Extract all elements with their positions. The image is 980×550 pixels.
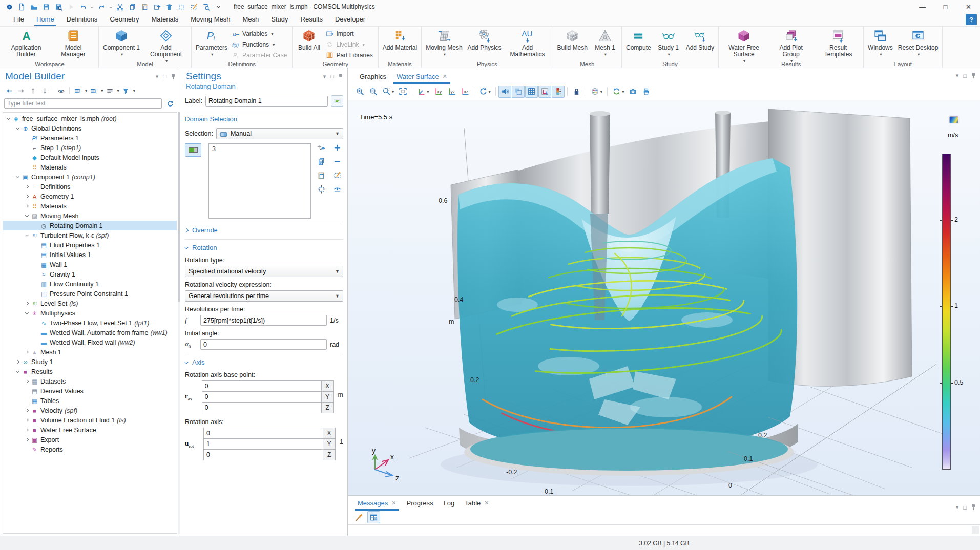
toolbar-overflow-icon[interactable] <box>212 1 224 12</box>
tree-item[interactable]: ≋Turbulent Flow, k-ε(spf) <box>3 230 177 240</box>
find-icon[interactable] <box>200 1 212 12</box>
close-icon[interactable]: ✕ <box>484 500 489 506</box>
livelink-button[interactable]: LiveLink▾ <box>324 39 376 50</box>
appearance-icon[interactable]: ▾ <box>589 86 604 98</box>
tree-item[interactable]: ▦Datasets <box>3 376 177 386</box>
chevron-right-icon[interactable] <box>24 429 30 431</box>
vector-input-z[interactable] <box>203 449 323 460</box>
chevron-down-icon[interactable] <box>14 176 21 178</box>
close-icon[interactable]: ✕ <box>443 73 447 80</box>
tree-item[interactable]: ▬Wetted Wall, Fixed wall(ww2) <box>3 337 177 347</box>
create-selection-icon[interactable] <box>317 171 326 180</box>
go-to-default-view-icon[interactable]: ▾ <box>415 86 431 98</box>
plot-thumbnail-icon[interactable] <box>949 116 958 123</box>
delete-icon[interactable] <box>163 1 175 12</box>
refresh-icon[interactable] <box>165 98 176 109</box>
image-snapshot-icon[interactable] <box>627 86 639 98</box>
run-icon[interactable] <box>65 1 77 12</box>
mesh-1-button[interactable]: Mesh 1▾ <box>590 28 620 58</box>
panel-menu-icon[interactable]: ▾ <box>956 72 959 79</box>
add-physics-button[interactable]: Add Physics <box>465 28 504 51</box>
chevron-down-icon[interactable]: ▾ <box>85 88 87 93</box>
show-icon[interactable] <box>56 86 67 96</box>
save-search-icon[interactable] <box>52 1 65 12</box>
open-file-icon[interactable] <box>28 1 40 12</box>
panel-pin-icon[interactable] <box>971 73 976 78</box>
add-plot-group-button[interactable]: Add Plot Group▾ <box>767 28 815 65</box>
table-settings-icon[interactable] <box>367 511 380 523</box>
tree-item[interactable]: ▥Flow Continuity 1 <box>3 279 177 289</box>
panel-menu-icon[interactable]: ▾ <box>956 504 959 511</box>
import-button[interactable]: Import <box>324 28 376 39</box>
tab-materials[interactable]: Materials <box>145 13 184 26</box>
graphics-tab-water-surface[interactable]: Water Surface✕ <box>391 70 452 84</box>
windows-button[interactable]: Windows▾ <box>865 28 895 58</box>
tab-study[interactable]: Study <box>265 13 294 26</box>
vector-input-z[interactable] <box>202 402 322 413</box>
part-libraries-button[interactable]: Part Libraries <box>324 50 376 60</box>
expand-all-icon[interactable] <box>72 86 83 96</box>
panel-menu-icon[interactable]: ▾ <box>156 73 159 80</box>
chevron-down-icon[interactable] <box>24 235 30 236</box>
selection-dropdown[interactable]: Manual ▼ <box>216 128 343 139</box>
panel-pin-icon[interactable] <box>971 504 976 510</box>
tree-item[interactable]: ⠿Materials <box>3 201 177 211</box>
compute-button[interactable]: Compute <box>623 28 654 51</box>
result-templates-button[interactable]: Result Templates <box>815 28 862 58</box>
rotate-icon[interactable]: ▾ <box>477 86 493 98</box>
redo-icon[interactable] <box>95 1 108 12</box>
tree-item[interactable]: ▦Wall 1 <box>3 260 177 269</box>
show-grid-icon[interactable] <box>525 86 538 98</box>
tree-item[interactable]: ≡Definitions <box>3 182 177 192</box>
forward-icon[interactable] <box>16 86 27 96</box>
tree-item[interactable]: ∿Two-Phase Flow, Level Set 1(tpf1) <box>3 318 177 328</box>
vector-input-x[interactable] <box>202 380 322 392</box>
save-icon[interactable] <box>40 1 52 12</box>
add-component-button[interactable]: Add Component▾ <box>142 28 190 65</box>
tree-item[interactable]: ▨Moving Mesh <box>3 211 177 221</box>
override-section-header[interactable]: Override <box>185 226 343 234</box>
chevron-down-icon[interactable]: ▾ <box>117 88 119 93</box>
tree-item[interactable]: ⊕Global Definitions <box>3 123 177 133</box>
maximize-button[interactable]: □ <box>934 0 957 13</box>
undo-icon[interactable] <box>77 1 89 12</box>
graphics-canvas[interactable]: y x z Time=5.5 s m/s 210.5 0.60.40.2m-0.… <box>348 100 980 495</box>
move-down-icon[interactable] <box>39 86 50 96</box>
tree-item[interactable]: ▣Export <box>3 435 177 445</box>
velocity-expression-dropdown[interactable]: General revolutions per time ▼ <box>185 290 343 302</box>
tree-scrollbar[interactable] <box>178 112 180 534</box>
reset-desktop-button[interactable]: CReset Desktop▾ <box>895 28 941 58</box>
tree-item[interactable]: ◆Default Model Inputs <box>3 153 177 162</box>
graphics-tab-graphics[interactable]: Graphics <box>355 70 391 84</box>
parameters-button[interactable]: PiParameters▾ <box>193 28 230 58</box>
tree-item[interactable]: ▤Fluid Properties 1 <box>3 240 177 250</box>
axis-section-header[interactable]: Axis <box>185 358 343 366</box>
node-text-icon[interactable] <box>105 86 115 96</box>
panel-float-icon[interactable]: □ <box>963 504 967 511</box>
zoom-to-selection-icon[interactable] <box>317 185 326 194</box>
study-1-button[interactable]: Study 1▾ <box>654 28 683 58</box>
vector-input-x[interactable] <box>203 428 323 439</box>
zoom-in-icon[interactable] <box>353 86 366 98</box>
tree-item[interactable]: ⌐Step 1(step1) <box>3 143 177 153</box>
functions-button[interactable]: f(x)Functions▾ <box>230 39 290 50</box>
view-xz-icon[interactable]: xz <box>458 86 471 98</box>
chevron-down-icon[interactable] <box>14 128 21 129</box>
tree-item[interactable]: ◫Pressure Point Constraint 1 <box>3 289 177 299</box>
transparency-icon[interactable] <box>512 86 525 98</box>
minimize-button[interactable]: — <box>911 0 934 13</box>
tree-item[interactable]: ≈Gravity 1 <box>3 269 177 279</box>
view-lock-icon[interactable] <box>570 86 583 98</box>
add-study-button[interactable]: Add Study <box>683 28 717 51</box>
chevron-right-icon[interactable] <box>24 351 30 353</box>
label-input[interactable] <box>205 96 328 107</box>
tree-filter-input[interactable] <box>4 98 162 109</box>
component-1-button[interactable]: Component 1▾ <box>100 28 142 58</box>
copy-icon[interactable] <box>126 1 138 12</box>
tree-item[interactable]: ■Velocity(spf) <box>3 406 177 415</box>
new-file-icon[interactable] <box>15 1 28 12</box>
move-up-icon[interactable] <box>28 86 38 96</box>
panel-pin-icon[interactable] <box>171 74 176 79</box>
tree-item[interactable]: PiParameters 1 <box>3 133 177 143</box>
messages-tab-table[interactable]: Table✕ <box>460 497 494 511</box>
